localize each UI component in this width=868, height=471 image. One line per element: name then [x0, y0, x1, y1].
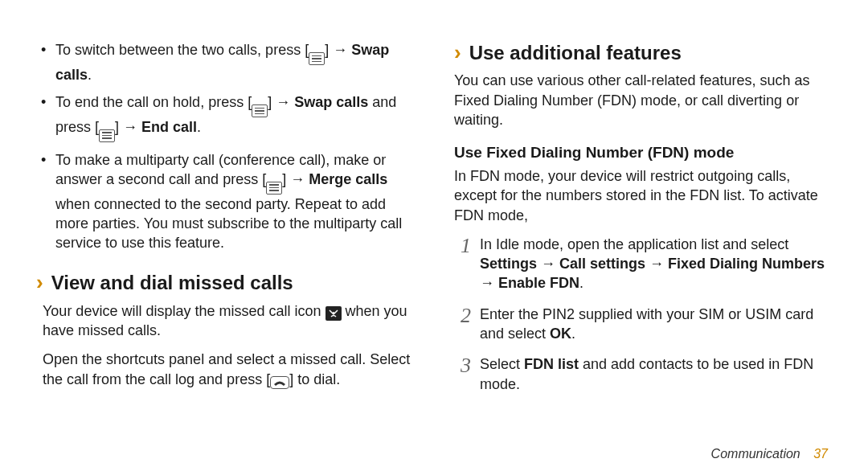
text: Select	[480, 356, 524, 372]
paragraph: You can use various other call-related f…	[454, 71, 832, 129]
menu-icon	[252, 104, 268, 117]
missed-call-icon	[326, 306, 342, 321]
footer-page-number: 37	[813, 447, 828, 461]
step-number: 1	[461, 231, 471, 260]
text: ] →	[268, 94, 294, 110]
paragraph: Your device will display the missed call…	[36, 301, 414, 341]
section-heading-missed-calls: › View and dial missed calls	[36, 270, 414, 296]
step-item: 1 In Idle mode, open the application lis…	[461, 235, 832, 293]
bold-text: End call	[141, 119, 197, 135]
text: ] →	[115, 119, 141, 135]
call-options-list: To switch between the two calls, press […	[36, 40, 414, 252]
heading-text: Use additional features	[469, 40, 682, 66]
menu-icon	[99, 129, 115, 142]
step-item: 3 Select FDN list and add contacts to be…	[461, 354, 832, 394]
text: Enter the PIN2 supplied with your SIM or…	[480, 306, 813, 342]
left-column: To switch between the two calls, press […	[36, 40, 414, 405]
page-columns: To switch between the two calls, press […	[36, 40, 832, 405]
bold-text: Swap calls	[294, 94, 368, 110]
step-number: 2	[461, 301, 471, 330]
text: Open the shortcuts panel and select a mi…	[43, 351, 410, 387]
menu-icon	[266, 182, 282, 195]
bold-text: Merge calls	[309, 171, 387, 187]
text: .	[571, 326, 575, 342]
list-item: To make a multiparty call (conference ca…	[44, 150, 414, 253]
subheading-fdn: Use Fixed Dialing Number (FDN) mode	[454, 142, 832, 163]
list-item: To end the call on hold, press [] → Swap…	[44, 92, 414, 142]
text: .	[197, 119, 201, 135]
bold-text: Call settings	[559, 256, 645, 272]
bold-text: Settings	[480, 256, 537, 272]
footer-section: Communication	[711, 447, 800, 461]
text: ] →	[282, 171, 309, 187]
text: .	[579, 275, 583, 291]
text: when connected to the second party. Repe…	[55, 196, 402, 252]
step-item: 2 Enter the PIN2 supplied with your SIM …	[461, 305, 832, 344]
chevron-icon: ›	[454, 42, 461, 63]
menu-icon	[309, 52, 325, 65]
paragraph: In FDN mode, your device will restrict o…	[454, 166, 832, 225]
text: In Idle mode, open the application list …	[480, 236, 788, 252]
heading-text: View and dial missed calls	[51, 270, 293, 296]
chevron-icon: ›	[36, 272, 43, 293]
steps-list: 1 In Idle mode, open the application lis…	[454, 235, 832, 394]
text: →	[537, 256, 559, 272]
text: To switch between the two calls, press [	[55, 42, 309, 58]
bold-text: Fixed Dialing Numbers	[668, 256, 825, 272]
right-column: › Use additional features You can use va…	[454, 40, 832, 405]
text: →	[480, 275, 498, 291]
bold-text: Enable FDN	[498, 275, 579, 291]
section-heading-additional: › Use additional features	[454, 40, 832, 66]
list-item: To switch between the two calls, press […	[44, 40, 414, 84]
bold-text: OK	[550, 326, 571, 342]
page-footer: Communication 37	[711, 445, 828, 463]
text: To end the call on hold, press [	[55, 94, 252, 110]
text: Your device will display the missed call…	[43, 303, 326, 319]
step-number: 3	[461, 351, 471, 379]
call-key-icon	[270, 376, 289, 389]
text: ] to dial.	[289, 371, 340, 387]
text: .	[88, 67, 92, 83]
text: →	[645, 256, 668, 272]
text: ] →	[325, 42, 351, 58]
paragraph: Open the shortcuts panel and select a mi…	[36, 350, 414, 389]
bold-text: FDN list	[524, 356, 579, 372]
